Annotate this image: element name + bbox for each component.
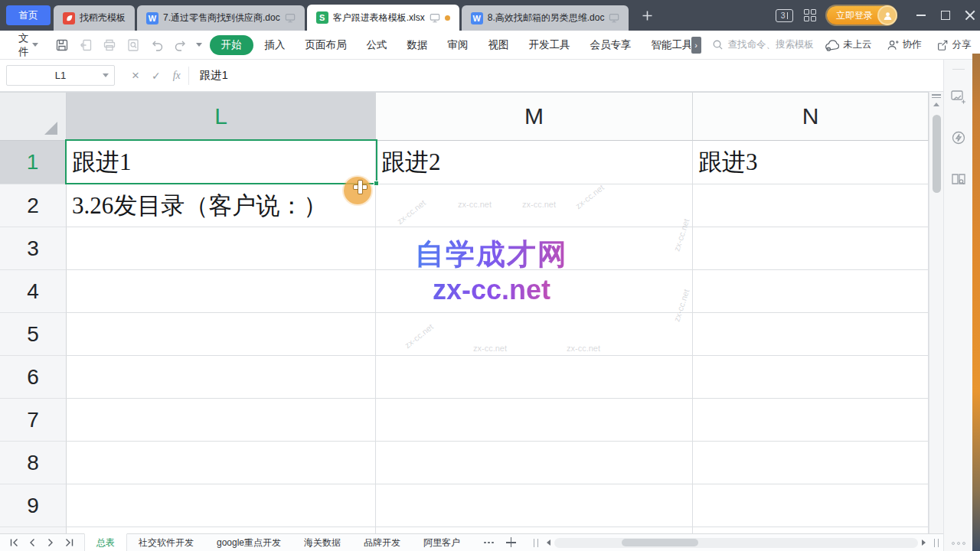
document-tab[interactable]: W8.高效找邮箱的另类思维.doc (462, 5, 629, 31)
cell-L2[interactable]: 3.26发目录（客户说：） (67, 184, 376, 227)
row-header[interactable] (0, 527, 67, 533)
cell-N6[interactable] (693, 356, 929, 399)
cell-L8[interactable] (67, 442, 376, 484)
row-header-6[interactable]: 6 (0, 356, 67, 399)
cell-M6[interactable] (376, 356, 693, 399)
next-sheet-icon[interactable] (43, 536, 58, 549)
pane-splitter[interactable] (934, 539, 939, 547)
cell[interactable] (376, 527, 693, 533)
scroll-up-icon[interactable] (933, 103, 939, 106)
cell-L7[interactable] (67, 399, 376, 442)
cell-M2[interactable] (376, 184, 693, 227)
cloud-status[interactable]: 未上云 (825, 38, 872, 51)
split-handle[interactable] (932, 94, 941, 98)
minimize-button[interactable] (916, 10, 926, 21)
ribbon-tab[interactable]: 公式 (357, 35, 397, 55)
name-box-caret-icon[interactable] (103, 73, 109, 77)
last-sheet-icon[interactable] (61, 536, 77, 549)
share-button[interactable]: 分享 (936, 38, 972, 51)
window-count-icon[interactable]: 3 (776, 9, 793, 22)
cell-M5[interactable] (376, 313, 693, 356)
ribbon-tab[interactable]: 页面布局 (296, 35, 357, 55)
scroll-left-icon[interactable] (547, 540, 550, 546)
ribbon-tab[interactable]: 插入 (255, 35, 296, 55)
vertical-scrollbar[interactable] (929, 92, 943, 533)
cancel-entry-icon[interactable]: × (132, 68, 139, 83)
cell-N2[interactable] (693, 184, 929, 227)
select-all-corner[interactable] (0, 93, 67, 141)
quick-access-caret-icon[interactable] (196, 43, 202, 47)
column-header-M[interactable]: M (376, 93, 693, 141)
export-icon[interactable] (77, 37, 94, 54)
row-header-4[interactable]: 4 (0, 270, 67, 313)
cell-M3[interactable] (376, 227, 693, 270)
close-button[interactable] (965, 10, 975, 21)
insert-function-icon[interactable]: fx (173, 70, 181, 82)
scroll-right-icon[interactable] (922, 540, 926, 546)
confirm-entry-icon[interactable]: ✓ (152, 70, 161, 82)
sheet-tab[interactable]: 社交软件开发 (127, 534, 205, 551)
ribbon-tab[interactable]: 数据 (397, 35, 438, 55)
row-header-7[interactable]: 7 (0, 399, 67, 442)
smart-assist-icon[interactable] (944, 123, 973, 152)
save-icon[interactable] (54, 37, 70, 54)
sheet-tab[interactable]: 品牌开发 (352, 534, 412, 551)
row-header-2[interactable]: 2 (0, 184, 67, 227)
ribbon-tab[interactable]: 视图 (479, 35, 519, 55)
cell-L4[interactable] (67, 270, 376, 313)
cell-N8[interactable] (693, 442, 929, 484)
column-header-N[interactable]: N (693, 93, 929, 141)
maximize-button[interactable] (940, 10, 951, 21)
cell-M7[interactable] (376, 399, 693, 442)
horizontal-scrollbar[interactable] (554, 538, 918, 548)
cell-M1[interactable]: 跟进2 (376, 141, 693, 184)
collaborate-button[interactable]: 协作 (887, 38, 922, 51)
add-sheet-icon[interactable] (505, 536, 518, 549)
reading-mode-icon[interactable] (944, 165, 973, 194)
cell-L9[interactable] (67, 484, 376, 527)
cell-N9[interactable] (693, 484, 929, 527)
file-menu-caret-icon[interactable] (32, 43, 38, 47)
row-header-3[interactable]: 3 (0, 227, 67, 270)
app-grid-icon[interactable] (804, 9, 816, 21)
cell[interactable] (67, 527, 376, 533)
cell-N5[interactable] (693, 313, 929, 356)
sheet-tab[interactable]: 海关数据 (292, 534, 352, 551)
horizontal-scroll-thumb[interactable] (622, 539, 698, 546)
ribbon-tab[interactable]: 审阅 (438, 35, 479, 55)
print-preview-icon[interactable] (125, 37, 142, 54)
row-header-9[interactable]: 9 (0, 484, 67, 527)
cell-N7[interactable] (693, 399, 929, 442)
ribbon-tab[interactable]: 开发工具 (519, 35, 580, 55)
redo-icon[interactable] (172, 37, 189, 54)
cell[interactable] (693, 527, 929, 533)
document-tab[interactable]: 找稻壳模板 (54, 5, 135, 31)
sheet-tab[interactable]: google重点开发 (205, 534, 292, 551)
cell-N1[interactable]: 跟进3 (693, 141, 929, 184)
first-sheet-icon[interactable] (6, 536, 21, 549)
row-header-5[interactable]: 5 (0, 313, 67, 356)
previous-sheet-icon[interactable] (24, 536, 40, 549)
cell-M8[interactable] (376, 442, 693, 484)
ribbon-expand-icon[interactable]: › (691, 37, 701, 54)
document-tab[interactable]: S客户跟进表格模板.xlsx (307, 5, 459, 31)
ribbon-tab[interactable]: 智能工具箱 (642, 35, 691, 55)
cell-L6[interactable] (67, 356, 376, 399)
undo-icon[interactable] (149, 37, 165, 54)
name-box[interactable]: L1 (6, 65, 115, 86)
file-menu[interactable]: 文件 (18, 31, 29, 59)
print-icon[interactable] (101, 37, 118, 54)
cell-L5[interactable] (67, 313, 376, 356)
vertical-scroll-thumb[interactable] (933, 115, 941, 193)
cell-N3[interactable] (693, 227, 929, 270)
row-header-8[interactable]: 8 (0, 442, 67, 484)
sheet-tab[interactable]: 阿里客户 (412, 534, 472, 551)
column-header-L[interactable]: L (67, 93, 376, 141)
home-tab-button[interactable]: 首页 (6, 5, 51, 25)
ribbon-tab[interactable]: 会员专享 (580, 35, 642, 55)
row-header-1[interactable]: 1 (0, 141, 67, 184)
command-search[interactable]: 查找命令、搜索模板 (712, 38, 815, 51)
sidebar-more-icon[interactable] (944, 542, 973, 545)
cell-N4[interactable] (693, 270, 929, 313)
cell-L3[interactable] (67, 227, 376, 270)
